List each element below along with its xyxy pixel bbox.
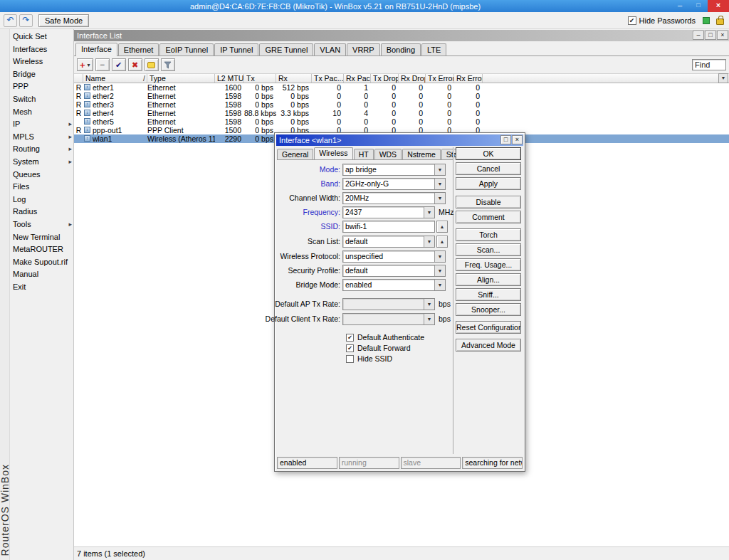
channel-width-dropdown[interactable]: 20MHz ▼ xyxy=(342,192,446,204)
sidebar-item-quick-set[interactable]: Quick Set xyxy=(10,31,73,43)
align-button[interactable]: Align... xyxy=(456,273,521,286)
freq-usage-button[interactable]: Freq. Usage... xyxy=(456,258,521,271)
sidebar-item-queues[interactable]: Queues xyxy=(10,169,73,181)
dialog-titlebar[interactable]: Interface <wlan1> □ × xyxy=(276,134,523,146)
sidebar-item-routing[interactable]: Routing▸ xyxy=(10,143,73,156)
default-client-tx-rate-input[interactable]: ▼ xyxy=(342,313,435,325)
dropdown-arrow-icon[interactable]: ▼ xyxy=(424,236,434,247)
sidebar-item-ip[interactable]: IP▸ xyxy=(10,118,73,131)
dropdown-arrow-icon[interactable]: ▼ xyxy=(424,207,434,218)
column-select-button[interactable]: ▼ xyxy=(718,73,728,83)
sidebar-item-radius[interactable]: Radius xyxy=(10,206,73,218)
security-profile-dropdown[interactable]: default ▼ xyxy=(342,265,446,277)
dropdown-arrow-icon[interactable]: ▼ xyxy=(434,193,445,204)
disable-button[interactable]: Disable xyxy=(456,196,521,208)
dialog-close-button[interactable]: × xyxy=(512,135,523,144)
comment-button[interactable]: Comment xyxy=(456,211,521,223)
tab-eoip-tunnel[interactable]: EoIP Tunnel xyxy=(159,43,214,56)
tab-vlan[interactable]: VLAN xyxy=(314,43,346,56)
sidebar-item-metarouter[interactable]: MetaROUTER xyxy=(10,243,73,256)
sidebar-item-new-terminal[interactable]: New Terminal xyxy=(10,231,73,244)
window-titlebar[interactable]: admin@D4:CA:6D:7E:F8:CB (MikroTik) - Win… xyxy=(0,0,729,12)
sidebar-item-wireless[interactable]: Wireless xyxy=(10,56,73,68)
column-header-type[interactable]: Type xyxy=(147,74,215,83)
ssid-input[interactable]: bwifi-1 xyxy=(342,221,435,233)
bridge-mode-dropdown[interactable]: enabled ▼ xyxy=(342,279,446,291)
tab-ht[interactable]: HT xyxy=(354,149,374,160)
column-header-tx-errors[interactable]: Tx Errors xyxy=(426,74,454,83)
sidebar-item-mpls[interactable]: MPLS▸ xyxy=(10,131,73,144)
column-header-rx-errors[interactable]: Rx Errors xyxy=(454,74,483,83)
hide-passwords-checkbox[interactable]: ✔ Hide Passwords xyxy=(628,16,696,25)
frequency-combo[interactable]: 2437 ▼ xyxy=(342,206,435,218)
enable-button[interactable]: ✔ xyxy=(112,58,126,71)
tab-ip-tunnel[interactable]: IP Tunnel xyxy=(214,43,258,56)
cancel-button[interactable]: Cancel xyxy=(456,162,521,175)
close-button[interactable]: × xyxy=(708,0,729,12)
dropdown-arrow-icon[interactable]: ▼ xyxy=(434,265,445,276)
snooper-button[interactable]: Snooper... xyxy=(456,303,521,316)
safe-mode-button[interactable]: Safe Mode xyxy=(38,14,89,27)
sidebar-item-log[interactable]: Log xyxy=(10,194,73,206)
ok-button[interactable]: OK xyxy=(456,147,521,160)
apply-button[interactable]: Apply xyxy=(456,177,521,190)
table-row-ether5[interactable]: ether5 Ethernet 1598 0 bps 0 bps 0 0 0 0… xyxy=(74,117,729,126)
dropdown-arrow-icon[interactable]: ▼ xyxy=(424,314,434,324)
interface-list-maximize-button[interactable]: □ xyxy=(705,31,716,40)
default-authenticate-checkbox[interactable]: ✔ Default Authenticate xyxy=(346,332,424,342)
dropdown-arrow-icon[interactable]: ▼ xyxy=(434,280,445,290)
remove-button[interactable]: − xyxy=(95,58,110,71)
add-button[interactable]: +▾ xyxy=(77,58,93,71)
reset-configuration-button[interactable]: Reset Configuration xyxy=(456,321,521,334)
column-header-tx-drops[interactable]: Tx Drops xyxy=(371,74,399,83)
column-header-name[interactable]: Name/ xyxy=(83,74,147,83)
sidebar-item-tools[interactable]: Tools▸ xyxy=(10,218,73,231)
tab-nstreme[interactable]: Nstreme xyxy=(402,149,441,160)
hide-ssid-checkbox[interactable]: Hide SSID xyxy=(346,354,392,364)
sidebar-item-make-supout[interactable]: Make Supout.rif xyxy=(10,256,73,269)
sidebar-item-files[interactable]: Files xyxy=(10,181,73,194)
table-row-ether1[interactable]: R ether1 Ethernet 1600 0 bps 512 bps 0 1… xyxy=(74,83,729,92)
advanced-mode-button[interactable]: Advanced Mode xyxy=(456,339,521,352)
sidebar-item-exit[interactable]: Exit xyxy=(10,281,73,294)
sidebar-item-bridge[interactable]: Bridge xyxy=(10,68,73,81)
sidebar-item-manual[interactable]: Manual xyxy=(10,268,73,281)
column-header-rx[interactable]: Rx xyxy=(276,74,312,83)
column-header-l2mtu[interactable]: L2 MTU xyxy=(215,74,244,83)
tab-lte[interactable]: LTE xyxy=(421,43,446,56)
sidebar-item-switch[interactable]: Switch xyxy=(10,93,73,106)
minimize-button[interactable]: – xyxy=(671,0,689,12)
dropdown-arrow-icon[interactable]: ▼ xyxy=(434,179,445,189)
tab-interface[interactable]: Interface xyxy=(75,43,117,56)
find-input[interactable] xyxy=(692,59,726,70)
sidebar-item-mesh[interactable]: Mesh xyxy=(10,106,73,119)
column-header-flag[interactable] xyxy=(74,74,83,83)
wireless-protocol-dropdown[interactable]: unspecified ▼ xyxy=(342,250,446,263)
sidebar-item-system[interactable]: System▸ xyxy=(10,156,73,169)
redo-icon[interactable]: ↷ xyxy=(19,14,33,27)
dropdown-arrow-icon[interactable]: ▼ xyxy=(434,164,445,175)
column-header-rx-pac[interactable]: Rx Pac... xyxy=(344,74,371,83)
table-row-ether2[interactable]: R ether2 Ethernet 1598 0 bps 0 bps 0 0 0… xyxy=(74,92,729,100)
scan-list-dropdown[interactable]: default ▼ xyxy=(342,236,435,248)
add-dropdown-icon[interactable]: ▾ xyxy=(88,62,90,68)
tab-general[interactable]: General xyxy=(277,149,313,160)
column-header-rx-drops[interactable]: Rx Drops xyxy=(399,74,426,83)
default-forward-checkbox[interactable]: ✔ Default Forward xyxy=(346,343,411,353)
tab-ethernet[interactable]: Ethernet xyxy=(118,43,159,56)
undo-icon[interactable]: ↶ xyxy=(4,14,17,27)
tab-wds[interactable]: WDS xyxy=(374,149,402,160)
tab-bonding[interactable]: Bonding xyxy=(381,43,421,56)
torch-button[interactable]: Torch xyxy=(456,228,521,241)
band-dropdown[interactable]: 2GHz-only-G ▼ xyxy=(342,178,446,190)
tab-wireless[interactable]: Wireless xyxy=(314,147,352,160)
sniff-button[interactable]: Sniff... xyxy=(456,288,521,301)
maximize-button[interactable]: □ xyxy=(689,0,708,12)
table-row-ether4[interactable]: R ether4 Ethernet 1598 88.8 kbps 3.3 kbp… xyxy=(74,109,729,117)
scan-button[interactable]: Scan... xyxy=(456,243,521,256)
collapse-up-icon[interactable]: ▲ xyxy=(436,236,448,248)
column-header-tx-pac[interactable]: Tx Pac... xyxy=(312,74,344,83)
default-ap-tx-rate-input[interactable]: ▼ xyxy=(342,298,435,310)
interface-list-close-button[interactable]: × xyxy=(717,31,728,40)
column-header-tx[interactable]: Tx xyxy=(244,74,276,83)
